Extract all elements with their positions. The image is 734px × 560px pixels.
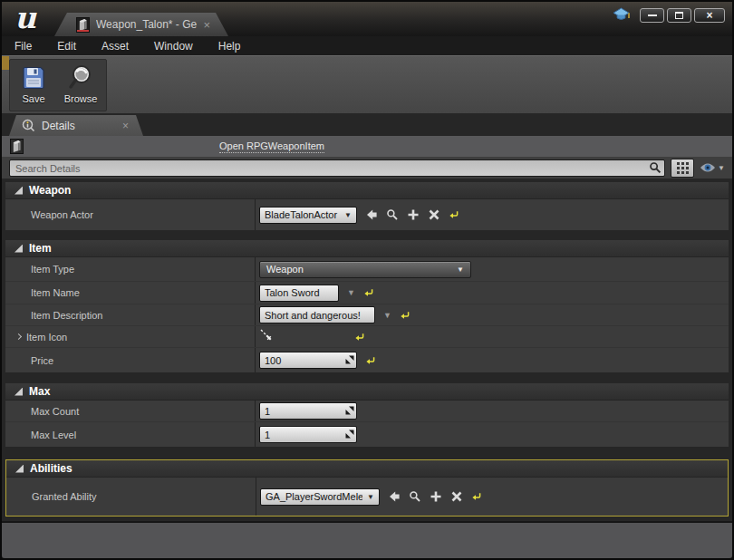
weapon-actor-value: BladeTalonActor: [265, 209, 337, 220]
reset-to-default-icon[interactable]: [363, 287, 374, 298]
property-matrix-button[interactable]: [671, 159, 694, 178]
menu-window[interactable]: Window: [154, 40, 206, 53]
section-abilities: Abilities Granted Ability GA_PlayerSword…: [5, 459, 729, 517]
tutorial-graduation-cap-icon[interactable]: [612, 6, 631, 24]
item-type-value: Weapon: [266, 264, 304, 275]
granted-ability-value: GA_PlayerSwordMelee: [266, 491, 362, 502]
asset-tab-title: Weapon_Talon* - Generic: [96, 18, 197, 31]
section-item-title: Item: [29, 242, 52, 255]
item-description-label: Item Description: [5, 304, 256, 325]
chevron-down-icon: ▼: [367, 493, 374, 501]
row-granted-ability: Granted Ability GA_PlayerSwordMelee ▼: [6, 478, 728, 516]
expander-expanded-icon: [15, 465, 24, 473]
selected-asset-icon: [10, 139, 24, 154]
asset-thumbnail-icon: [76, 17, 90, 33]
item-icon-thumbnail[interactable]: [259, 328, 346, 346]
expander-expanded-icon: [14, 245, 23, 253]
details-tab-close-icon[interactable]: ×: [122, 120, 129, 132]
item-description-input[interactable]: [259, 306, 375, 323]
toolbar: Save Browse: [2, 55, 732, 113]
details-info-icon: [22, 119, 35, 132]
row-weapon-actor: Weapon Actor BladeTalonActor ▼: [5, 199, 729, 230]
reset-to-default-icon[interactable]: [365, 355, 376, 366]
open-rpgweaponitem-link[interactable]: Open RPGWeaponItem: [219, 140, 324, 153]
browse-to-asset-button[interactable]: [409, 490, 421, 503]
max-level-input[interactable]: [259, 426, 357, 443]
title-bar: u Weapon_Talon* - Generic × ×: [2, 2, 732, 36]
granted-ability-dropdown[interactable]: GA_PlayerSwordMelee ▼: [260, 488, 380, 506]
asset-window-tab[interactable]: Weapon_Talon* - Generic ×: [54, 13, 228, 36]
use-selected-asset-button[interactable]: [365, 208, 378, 221]
expander-expanded-icon: [14, 187, 23, 195]
section-item-header[interactable]: Item: [5, 240, 729, 257]
grid-icon: [677, 162, 689, 174]
menu-asset[interactable]: Asset: [101, 40, 141, 53]
unreal-editor-window: u Weapon_Talon* - Generic × ×: [0, 0, 734, 560]
add-element-button[interactable]: [430, 490, 442, 503]
section-item: Item Item Type Weapon ▼ Item Name ▼: [5, 240, 729, 372]
price-input[interactable]: [259, 352, 357, 369]
section-abilities-header[interactable]: Abilities: [6, 460, 728, 478]
minimize-button[interactable]: [640, 8, 664, 23]
details-tab[interactable]: Details ×: [9, 115, 143, 136]
row-item-type: Item Type Weapon ▼: [5, 257, 729, 282]
eye-icon: [700, 162, 716, 173]
reset-to-default-icon[interactable]: [354, 332, 365, 343]
chevron-down-icon: ▼: [344, 211, 352, 219]
chevron-down-icon[interactable]: ▼: [347, 288, 355, 297]
section-weapon-title: Weapon: [29, 184, 71, 197]
search-row: ▼: [2, 157, 732, 179]
toolbar-corner-accent: [2, 56, 9, 70]
section-max: Max Max Count Max Level: [5, 383, 729, 447]
section-abilities-title: Abilities: [30, 462, 72, 475]
section-weapon-header[interactable]: Weapon: [5, 182, 729, 199]
item-name-input[interactable]: [259, 285, 339, 302]
save-floppy-icon: [20, 64, 47, 92]
max-level-label: Max Level: [5, 422, 256, 447]
use-selected-asset-button[interactable]: [388, 490, 401, 503]
add-element-button[interactable]: [407, 208, 420, 221]
close-icon: ×: [706, 9, 712, 22]
chevron-down-icon: ▼: [457, 266, 464, 274]
menu-edit[interactable]: Edit: [57, 40, 89, 53]
asset-info-row: Open RPGWeaponItem: [2, 136, 732, 157]
clear-button[interactable]: [450, 490, 463, 503]
reset-to-default-icon[interactable]: [471, 491, 482, 502]
menu-bar: File Edit Asset Window Help: [2, 36, 732, 55]
search-icon: [649, 161, 662, 174]
browse-to-asset-button[interactable]: [386, 208, 399, 221]
menu-help[interactable]: Help: [218, 40, 254, 53]
section-max-header[interactable]: Max: [5, 383, 729, 401]
numeric-drag-icon[interactable]: [345, 430, 354, 439]
numeric-drag-icon[interactable]: [345, 355, 354, 364]
expander-expanded-icon: [14, 388, 23, 396]
view-options-button[interactable]: ▼: [700, 162, 727, 173]
search-details-input[interactable]: [9, 159, 665, 177]
numeric-drag-icon[interactable]: [345, 406, 354, 415]
expander-collapsed-icon[interactable]: [15, 333, 22, 340]
max-count-label: Max Count: [5, 401, 256, 421]
details-tab-label: Details: [42, 120, 75, 132]
section-max-title: Max: [29, 385, 50, 398]
details-property-grid: Weapon Weapon Actor BladeTalonActor ▼: [2, 179, 732, 521]
reset-to-default-icon[interactable]: [400, 310, 410, 321]
item-icon-label: Item Icon: [5, 326, 256, 347]
close-button[interactable]: ×: [694, 8, 725, 23]
browse-button[interactable]: Browse: [57, 60, 104, 111]
browse-button-label: Browse: [64, 93, 98, 104]
panel-tab-bar: Details ×: [2, 113, 732, 136]
chevron-down-icon[interactable]: ▼: [383, 311, 391, 320]
restore-button[interactable]: [667, 8, 691, 23]
clear-button[interactable]: [428, 208, 440, 221]
row-item-icon: Item Icon: [5, 326, 729, 348]
item-type-dropdown[interactable]: Weapon ▼: [259, 261, 471, 278]
reset-to-default-icon[interactable]: [449, 209, 459, 220]
weapon-actor-dropdown[interactable]: BladeTalonActor ▼: [259, 207, 357, 224]
save-button[interactable]: Save: [10, 60, 57, 111]
unreal-engine-logo-icon: u: [14, 0, 36, 35]
menu-file[interactable]: File: [14, 40, 44, 53]
asset-tab-close-icon[interactable]: ×: [203, 18, 210, 32]
row-item-name: Item Name ▼: [5, 282, 729, 304]
max-count-input[interactable]: [259, 402, 357, 420]
chevron-down-icon: ▼: [718, 164, 725, 172]
